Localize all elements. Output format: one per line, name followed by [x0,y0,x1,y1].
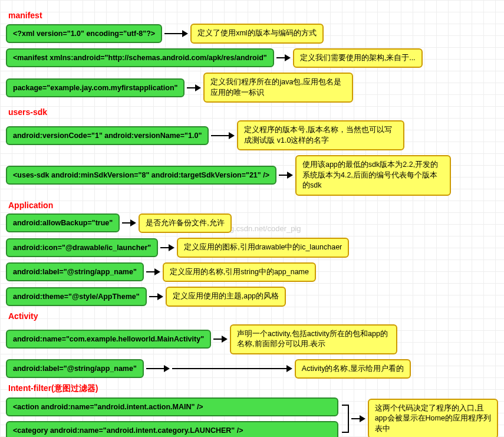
allow-backup-desc: 是否允许备份文件,允许 [139,213,231,234]
activity-label-desc: Activity的名称,显示给用户看的 [295,359,411,379]
arrow-icon [146,365,170,372]
manifest-tag-desc: 定义我们需要使用的架构,来自于... [293,48,423,68]
activity-name-box: android:name="com.example.helloworld.Mai… [6,330,211,349]
arrow-icon [351,415,365,422]
arrow-icon [160,244,174,251]
arrow-icon [278,365,292,372]
version-desc: 定义程序的版本号,版本名称，当然也可以写成测试版 v1.0这样的名字 [237,120,404,150]
arrow-icon [164,30,188,37]
arrow-icon [149,293,163,300]
theme-box: android:theme="@style/AppTheme" [6,287,147,306]
label-desc: 定义应用的名称,引用string中的app_name [163,262,316,282]
package-desc: 定义我们程序所在的java包,应用包名是应用的唯一标识 [203,73,353,103]
activity-name-desc: 声明一个activity,包括activity所在的包和app的名称,前面部分可… [230,324,397,354]
xml-declaration-desc: 定义了使用xml的版本与编码的方式 [190,24,323,44]
section-application: Application [8,201,498,210]
theme-desc: 定义应用使用的主题,app的风格 [166,287,286,307]
section-manifest: manifest [8,11,498,20]
activity-label-box: android:label="@string/app_name" [6,359,144,378]
join-bracket [342,405,349,433]
manifest-tag-box: <manifest xmlns:android="http://schemas.… [6,48,274,67]
allow-backup-box: android:allowBackup="true" [6,213,120,232]
version-box: android:versionCode="1" android:versionN… [6,126,209,145]
intent-filter-desc: 这两个代码决定了程序的入口,且app会被显示在Home的应用程序列表中 [368,399,498,437]
arrow-icon [279,172,293,179]
section-intent-filter: Intent-filter(意图过滤器) [8,383,498,394]
arrow-icon [146,268,160,275]
icon-box: android:icon="@drawable/ic_launcher" [6,238,158,257]
arrow-icon [187,84,201,91]
uses-sdk-box: <uses-sdk android:minSdkVersion="8" andr… [6,166,276,185]
arrow-icon [276,54,291,61]
category-box: <category android:name="android.intent.c… [6,421,338,437]
uses-sdk-desc: 使用该app的最低的sdk版本为2.2,开发的系统版本为4.2,后面的编号代表每… [295,155,451,196]
xml-declaration-box: <?xml version="1.0" encoding="utf-8"?> [6,24,162,43]
icon-desc: 定义应用的图标,引用drawable中的ic_launchaer [177,238,349,258]
action-box: <action android:name="android.intent.act… [6,397,338,416]
section-activity: Activity [8,311,498,321]
arrow-icon [122,219,136,226]
package-box: package="example.jay.com.myfirstapplicat… [6,78,185,97]
label-box: android:label="@string/app_name" [6,262,144,281]
section-users-sdk: users-sdk [8,107,498,117]
arrow-icon [213,336,228,343]
arrow-icon [211,132,235,139]
